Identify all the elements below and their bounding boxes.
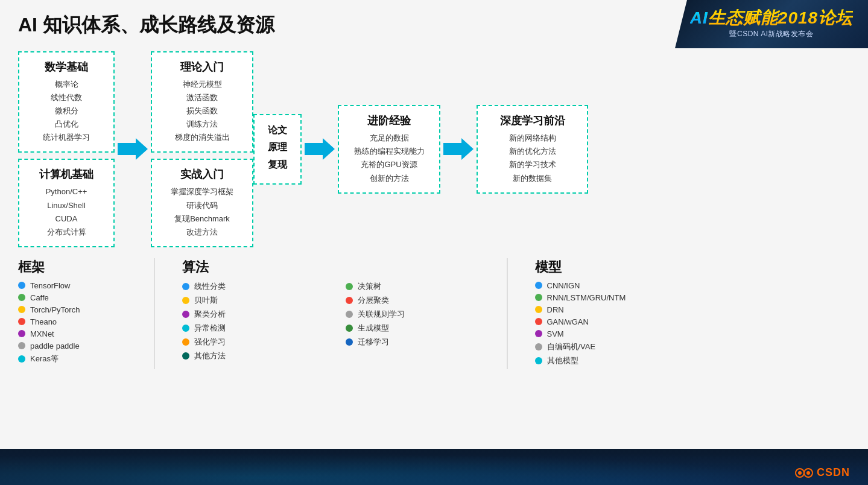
framework-item: Keras等 [18, 353, 145, 364]
model-item: 其他模型 [535, 355, 851, 366]
model-column: 模型 CNN/IGNRNN/LSTM/GRU/NTMDRNGAN/wGANSVM… [517, 258, 851, 369]
advanced-title: 进阶经验 [349, 113, 429, 128]
advanced-item: 充足的数据 [349, 132, 429, 145]
arrow-icon-3 [443, 138, 474, 160]
framework-dot [18, 306, 25, 313]
algorithm-item: 迁移学习 [346, 337, 497, 347]
framework-name: TensorFlow [30, 281, 70, 290]
csdn-circles [795, 467, 813, 479]
algorithm-item: 决策树 [346, 281, 497, 292]
framework-dot [18, 282, 25, 289]
algorithm-name: 线性分类 [194, 281, 226, 292]
algorithm-dot [346, 325, 353, 332]
algorithm-item: 生成模型 [346, 323, 497, 334]
framework-dot [18, 318, 25, 325]
algorithm-dot [182, 338, 189, 346]
model-name: 自编码机/VAE [547, 341, 596, 352]
advanced-item: 创新的方法 [349, 172, 429, 185]
algorithm-dot [346, 338, 353, 346]
model-dot [535, 357, 542, 364]
framework-dot [18, 342, 25, 349]
theory-item: 梯度的消失溢出 [162, 131, 242, 144]
model-name: CNN/IGN [547, 281, 580, 290]
framework-name: Theano [30, 317, 57, 326]
model-name: RNN/LSTM/GRU/NTM [547, 293, 626, 302]
svg-point-4 [798, 471, 802, 475]
model-item: GAN/wGAN [535, 317, 851, 326]
separator-2 [507, 258, 508, 369]
model-dot [535, 282, 542, 289]
computer-item: Linux/Shell [29, 199, 104, 212]
left-boxes: 数学基础 概率论线性代数微积分凸优化统计机器学习 计算机基础 Python/C+… [18, 51, 115, 247]
theory-title: 理论入门 [162, 60, 242, 74]
model-item: 自编码机/VAE [535, 341, 851, 352]
paper-lines: 论文原理复现 [261, 124, 294, 171]
model-name: SVM [547, 329, 564, 338]
computer-title: 计算机基础 [29, 167, 104, 182]
algorithm-dot [182, 297, 189, 304]
algorithm-dot [182, 283, 189, 290]
algorithm-name: 关联规则学习 [358, 309, 405, 320]
logo-area: AI生态赋能2018论坛 暨CSDN AI新战略发布会 [675, 0, 868, 48]
advanced-item: 熟练的编程实现能力 [349, 145, 429, 158]
framework-item: Theano [18, 317, 145, 326]
advanced-items: 充足的数据熟练的编程实现能力充裕的GPU资源创新的方法 [349, 132, 429, 185]
deep-box: 深度学习前沿 新的网络结构新的优化方法新的学习技术新的数据集 [477, 105, 588, 193]
algorithm-name: 贝叶斯 [194, 295, 218, 306]
algorithm-item: 强化学习 [182, 337, 334, 347]
deep-item: 新的学习技术 [487, 158, 577, 171]
paper-line: 论文 [261, 124, 294, 137]
algorithm-column: 算法 线性分类决策树贝叶斯分层聚类聚类分析关联规则学习异常检测生成模型强化学习迁… [164, 258, 498, 369]
math-item: 微积分 [29, 104, 104, 118]
practice-item: 研读代码 [162, 199, 242, 212]
framework-column: 框架 TensorFlowCaffeTorch/PyTorchTheanoMXN… [18, 258, 145, 369]
algorithm-dot [182, 352, 189, 360]
model-dot [535, 294, 542, 301]
framework-item: MXNet [18, 329, 145, 338]
framework-name: Torch/PyTorch [30, 305, 80, 314]
svg-point-6 [806, 471, 810, 475]
deep-item: 新的优化方法 [487, 145, 577, 158]
paper-line: 原理 [261, 141, 294, 154]
logo-subtitle: 暨CSDN AI新战略发布会 [729, 29, 813, 39]
model-dot [535, 343, 542, 350]
algorithm-item: 线性分类 [182, 281, 334, 292]
framework-title: 框架 [18, 258, 145, 276]
arrow-icon-1 [118, 138, 148, 160]
algorithm-item: 其他方法 [182, 350, 334, 361]
algorithm-item: 异常检测 [182, 323, 334, 334]
math-items: 概率论线性代数微积分凸优化统计机器学习 [29, 78, 104, 144]
computer-item: CUDA [29, 212, 104, 226]
framework-name: Caffe [30, 293, 49, 302]
deep-item: 新的数据集 [487, 172, 577, 185]
model-name: GAN/wGAN [547, 317, 589, 326]
algorithm-dot [182, 311, 189, 318]
algorithm-name: 强化学习 [194, 337, 226, 347]
model-name: DRN [547, 305, 564, 314]
csdn-text: CSDN [817, 466, 850, 479]
svg-marker-2 [443, 138, 474, 160]
theory-item: 损失函数 [162, 104, 242, 118]
math-item: 线性代数 [29, 91, 104, 104]
theory-items: 神经元模型激活函数损失函数训练方法梯度的消失溢出 [162, 78, 242, 144]
arrow-icon-2 [305, 138, 335, 160]
framework-name: Keras等 [30, 353, 59, 364]
model-item: RNN/LSTM/GRU/NTM [535, 293, 851, 302]
logo-title: AI生态赋能2018论坛 [690, 9, 853, 28]
algorithm-dot [182, 325, 189, 332]
bottom-strip [0, 449, 868, 485]
computer-box: 计算机基础 Python/C++Linux/ShellCUDA分布式计算 [18, 159, 115, 247]
algorithm-name: 异常检测 [194, 323, 226, 334]
algorithm-name: 迁移学习 [358, 337, 389, 347]
practice-box: 实战入门 掌握深度学习框架研读代码复现Benchmark改进方法 [151, 159, 253, 247]
theory-box: 理论入门 神经元模型激活函数损失函数训练方法梯度的消失溢出 [151, 51, 253, 153]
svg-marker-0 [118, 138, 148, 160]
theory-item: 训练方法 [162, 118, 242, 131]
advanced-box: 进阶经验 充足的数据熟练的编程实现能力充裕的GPU资源创新的方法 [338, 105, 440, 193]
math-item: 统计机器学习 [29, 131, 104, 144]
model-item: SVM [535, 329, 851, 338]
framework-name: paddle paddle [30, 341, 80, 350]
arrow-2 [302, 138, 338, 160]
deep-items: 新的网络结构新的优化方法新的学习技术新的数据集 [487, 132, 577, 185]
framework-item: paddle paddle [18, 341, 145, 350]
